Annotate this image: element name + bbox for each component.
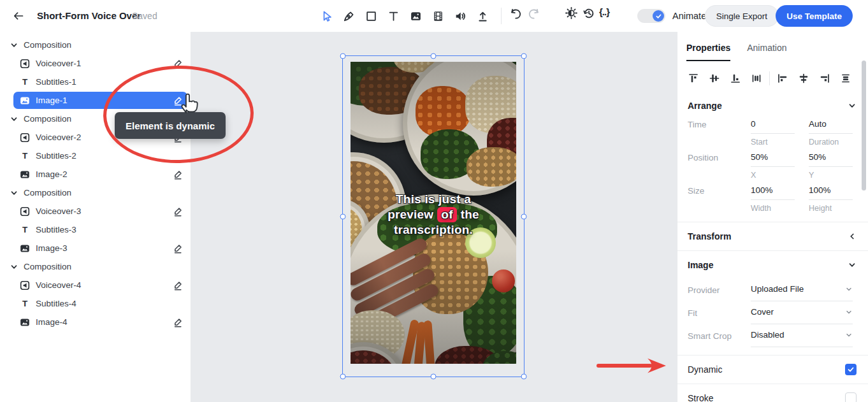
tree-group-composition-2[interactable]: Composition — [0, 110, 191, 128]
tab-properties[interactable]: Properties — [686, 43, 730, 61]
arrange-section-header[interactable]: Arrange — [677, 101, 868, 111]
alignment-divider — [769, 71, 770, 85]
tree-item-label: Voiceover-2 — [36, 133, 81, 142]
property-label: Position — [688, 152, 737, 162]
stretch-horizontal-button[interactable] — [837, 69, 854, 87]
tree-item-subtitles-1[interactable]: T Subtitles-1 — [0, 73, 191, 91]
resize-handle-nw[interactable] — [340, 54, 346, 59]
time-duration-field[interactable]: Auto — [809, 119, 853, 134]
tree-item-image-4[interactable]: Image-4 — [0, 313, 191, 331]
settings-button[interactable] — [565, 6, 578, 20]
size-width-field[interactable]: 100% — [751, 185, 795, 200]
fit-select[interactable]: Cover — [751, 301, 853, 324]
dynamic-checkbox[interactable] — [845, 364, 857, 375]
upload-tool-button[interactable] — [474, 6, 491, 25]
stroke-label: Stroke — [688, 393, 713, 402]
audio-tool-button[interactable] — [451, 6, 469, 25]
redo-icon — [527, 6, 540, 20]
align-right-button[interactable] — [816, 69, 833, 87]
center-vertically-button[interactable] — [706, 69, 723, 87]
audio-element-icon — [20, 59, 30, 69]
animated-toggle[interactable] — [637, 9, 665, 23]
source-code-button[interactable]: {..} — [599, 6, 609, 20]
redo-button[interactable] — [527, 6, 540, 20]
field-hint: Start — [751, 138, 795, 147]
select-tool-button[interactable] — [317, 6, 335, 25]
image-tool-button[interactable] — [407, 6, 424, 25]
resize-handle-n[interactable] — [431, 54, 437, 59]
audio-element-icon — [20, 280, 30, 291]
tree-item-subtitles-3[interactable]: T Subtitles-3 — [0, 220, 191, 239]
tree-item-subtitles-4[interactable]: T Subtitles-4 — [0, 294, 191, 313]
align-bottom-button[interactable] — [727, 69, 744, 87]
chevron-down-icon — [845, 285, 853, 293]
tab-animation[interactable]: Animation — [747, 43, 786, 61]
center-horizontally-button[interactable] — [795, 69, 812, 87]
text-element-icon: T — [20, 77, 30, 87]
use-template-button[interactable]: Use Template — [776, 5, 853, 27]
tree-group-label: Composition — [24, 262, 71, 271]
video-tool-button[interactable] — [429, 6, 447, 25]
tree-item-voiceover-1[interactable]: Voiceover-1 — [0, 54, 191, 73]
image-element-icon — [20, 317, 30, 327]
align-left-button[interactable] — [774, 69, 791, 87]
selection-bounding-box[interactable] — [342, 55, 524, 377]
tree-group-composition-3[interactable]: Composition — [0, 183, 191, 202]
panel-scrollbar[interactable] — [862, 61, 866, 190]
design-canvas[interactable]: This is just a previewofthe transcriptio… — [191, 32, 677, 402]
undo-button[interactable] — [509, 6, 523, 20]
stroke-checkbox[interactable] — [845, 392, 857, 402]
tree-item-label: Image-2 — [36, 169, 68, 179]
shape-tool-button[interactable] — [362, 6, 380, 25]
position-x-field[interactable]: 50% — [751, 152, 795, 167]
image-section-header[interactable]: Image — [677, 250, 868, 278]
resize-handle-e[interactable] — [521, 213, 527, 219]
tree-item-image-2[interactable]: Image-2 — [0, 165, 191, 183]
text-tool-button[interactable] — [384, 6, 402, 25]
resize-handle-ne[interactable] — [521, 54, 527, 59]
edit-pencil-icon[interactable] — [173, 59, 183, 69]
chevron-down-icon — [10, 262, 18, 271]
single-export-button[interactable]: Single Export — [705, 5, 779, 27]
back-button[interactable] — [9, 6, 28, 25]
provider-select[interactable]: Uploaded File — [751, 278, 853, 301]
tree-item-voiceover-2[interactable]: Voiceover-2 — [0, 128, 191, 147]
edit-pencil-icon[interactable] — [173, 206, 183, 217]
tree-item-image-3[interactable]: Image-3 — [0, 239, 191, 257]
alignment-toolbar — [677, 61, 868, 87]
settings-buttons: {..} — [565, 6, 609, 20]
edit-pencil-icon[interactable] — [173, 317, 183, 327]
tree-item-voiceover-4[interactable]: Voiceover-4 — [0, 276, 191, 294]
edit-pencil-icon[interactable] — [173, 243, 183, 254]
edit-pencil-icon[interactable] — [173, 96, 183, 106]
edit-pencil-icon[interactable] — [173, 280, 183, 291]
tree-item-subtitles-2[interactable]: T Subtitles-2 — [0, 147, 191, 165]
resize-handle-se[interactable] — [521, 374, 527, 380]
edit-pencil-icon[interactable] — [173, 169, 183, 180]
tree-group-label: Composition — [24, 114, 71, 124]
smart-crop-select[interactable]: Disabled — [751, 324, 853, 347]
version-history-button[interactable] — [582, 6, 595, 20]
pen-tool-button[interactable] — [340, 6, 358, 25]
tree-item-image-1-selected[interactable]: Image-1 — [0, 91, 191, 110]
text-element-icon: T — [20, 299, 30, 309]
align-top-button[interactable] — [685, 69, 702, 87]
resize-handle-w[interactable] — [340, 213, 346, 219]
position-y-field[interactable]: 50% — [809, 152, 853, 167]
tree-item-voiceover-3[interactable]: Voiceover-3 — [0, 202, 191, 220]
provider-select-row: Provider Uploaded File — [677, 278, 868, 301]
time-duration-field-group: Auto Duration — [809, 119, 853, 147]
time-start-field[interactable]: 0 — [751, 119, 795, 134]
tree-item-label: Image-3 — [36, 243, 68, 253]
template-title[interactable]: Short-Form Voice Over — [37, 10, 141, 21]
transform-section-header[interactable]: Transform — [677, 222, 868, 250]
resize-handle-sw[interactable] — [340, 374, 346, 380]
tree-group-composition-1[interactable]: Composition — [0, 36, 191, 54]
property-label: Provider — [688, 285, 737, 295]
resize-handle-s[interactable] — [431, 374, 437, 380]
tree-group-composition-4[interactable]: Composition — [0, 257, 191, 276]
size-height-field[interactable]: 100% — [809, 185, 853, 200]
settings-icon — [565, 6, 578, 20]
edit-pencil-icon[interactable] — [173, 133, 183, 143]
stretch-vertical-button[interactable] — [748, 69, 765, 87]
